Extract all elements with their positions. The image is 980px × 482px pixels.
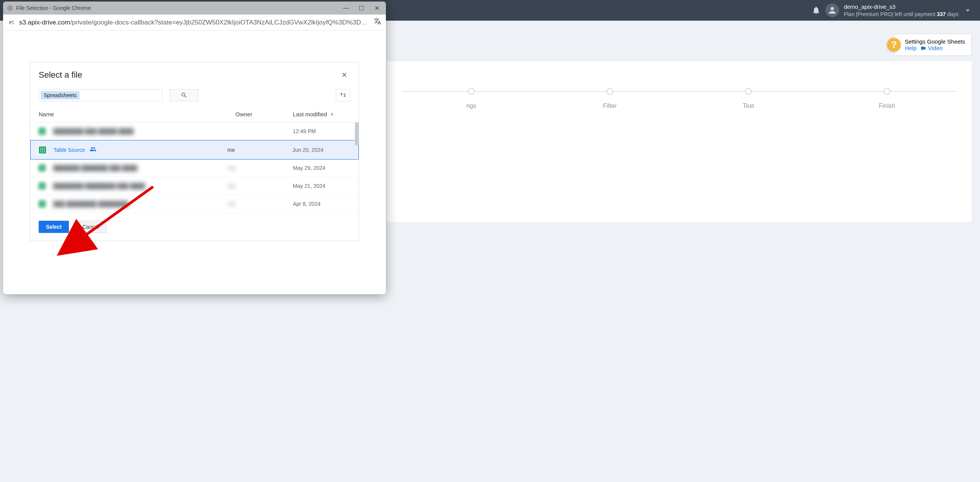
site-settings-icon[interactable] — [8, 19, 15, 26]
wizard-steps: ngs Filter Test Finish — [387, 88, 972, 109]
step-item[interactable]: Test — [679, 88, 818, 109]
chevron-down-icon[interactable] — [963, 6, 972, 15]
step-dot — [884, 88, 890, 95]
globe-icon — [7, 5, 13, 11]
search-button[interactable] — [170, 89, 199, 101]
step-dot — [745, 88, 752, 95]
search-icon — [181, 92, 188, 99]
sheets-icon — [39, 128, 46, 135]
plan-text: Plan |Premium PRO| left until payment 33… — [844, 11, 959, 18]
file-list: ████████ ███ █████ ████ 12:49 PM Table S… — [30, 122, 359, 213]
arrow-down-icon — [329, 112, 335, 117]
address-bar: s3.apix-drive.com/private/google-docs-ca… — [3, 15, 386, 31]
sort-az-icon — [340, 92, 346, 99]
sheets-icon — [39, 147, 46, 153]
window-titlebar: File Selection - Google Chrome — ☐ ✕ — [3, 2, 386, 15]
select-button[interactable]: Select — [39, 221, 69, 233]
file-row-selected[interactable]: Table Source me Jun 20, 2024 — [30, 140, 359, 160]
notifications-icon[interactable] — [812, 6, 821, 15]
video-link[interactable]: Video — [920, 45, 942, 51]
search-input[interactable]: Spreadsheets — [39, 89, 163, 101]
table-header: Name Owner Last modified — [30, 106, 359, 122]
settings-card-title: Settings Google Sheets — [905, 38, 965, 45]
sheets-icon — [39, 200, 46, 207]
cancel-button[interactable]: Cancel — [75, 221, 106, 233]
wizard-card: ngs Filter Test Finish — [387, 61, 972, 222]
step-dot — [606, 88, 613, 95]
file-row[interactable]: ████████ ████████ ███ ████ me May 21, 20… — [30, 177, 359, 195]
user-info: demo_apix-drive_s3 Plan |Premium PRO| le… — [844, 3, 959, 18]
video-icon — [920, 45, 926, 51]
svg-point-1 — [13, 21, 14, 22]
col-header-modified[interactable]: Last modified — [293, 111, 350, 117]
help-link[interactable]: Help — [905, 45, 916, 51]
step-item[interactable]: Finish — [818, 88, 956, 109]
step-item[interactable]: ngs — [402, 88, 541, 109]
filter-chip[interactable]: Spreadsheets — [41, 91, 80, 99]
step-item[interactable]: Filter — [541, 88, 679, 109]
file-name: Table Source — [54, 147, 85, 153]
maximize-button[interactable]: ☐ — [358, 5, 364, 12]
shared-icon — [90, 146, 96, 154]
sheets-icon — [39, 164, 46, 171]
scrollbar-thumb[interactable] — [355, 122, 359, 145]
step-dot — [468, 88, 475, 95]
minimize-button[interactable]: — — [343, 5, 349, 12]
help-badge-icon: ? — [887, 38, 901, 52]
chrome-popup-window: File Selection - Google Chrome — ☐ ✕ s3.… — [3, 2, 386, 294]
url-text[interactable]: s3.apix-drive.com/private/google-docs-ca… — [19, 19, 370, 26]
close-window-button[interactable]: ✕ — [374, 5, 380, 12]
file-row[interactable]: ███████ ███████ ███ ████ me May 29, 2024 — [30, 159, 359, 177]
sort-button[interactable] — [336, 89, 350, 101]
sheets-icon — [39, 182, 46, 189]
translate-icon[interactable] — [374, 18, 381, 27]
col-header-name[interactable]: Name — [39, 111, 235, 117]
avatar[interactable] — [825, 3, 839, 17]
user-name: demo_apix-drive_s3 — [844, 3, 959, 11]
settings-help-card: ? Settings Google Sheets Help Video — [894, 34, 972, 56]
file-picker: Select a file ✕ Spreadsheets Name Owner … — [30, 62, 359, 241]
svg-point-2 — [13, 23, 14, 24]
file-row[interactable]: ████████ ███ █████ ████ 12:49 PM — [30, 122, 359, 140]
close-icon[interactable]: ✕ — [338, 69, 350, 81]
file-row[interactable]: ███ ████████ ████████ me Apr 8, 2024 — [30, 195, 359, 213]
window-title: File Selection - Google Chrome — [16, 5, 340, 11]
col-header-owner[interactable]: Owner — [235, 111, 293, 117]
picker-title: Select a file — [39, 70, 82, 80]
